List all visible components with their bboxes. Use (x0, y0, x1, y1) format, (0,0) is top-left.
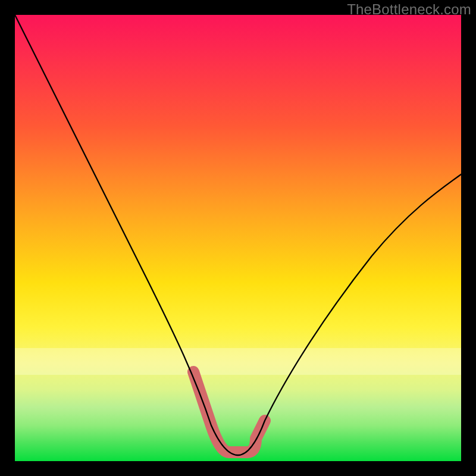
plot-area (15, 15, 461, 461)
pale-band (15, 348, 461, 375)
flat-segment (193, 372, 265, 452)
main-curve (15, 15, 461, 455)
watermark-text: TheBottleneck.com (347, 1, 471, 18)
chart-frame: TheBottleneck.com (0, 0, 476, 476)
curve-layer (15, 15, 461, 461)
